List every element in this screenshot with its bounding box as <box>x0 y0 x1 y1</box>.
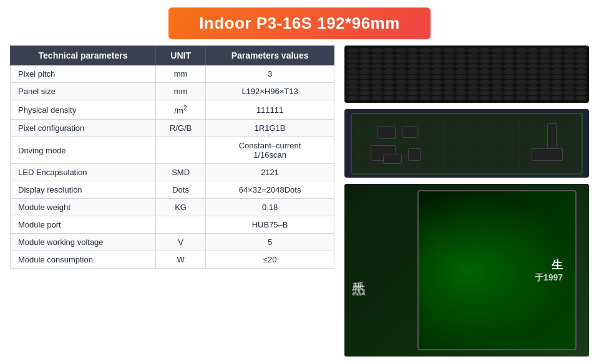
led-dot <box>551 48 562 53</box>
led-dot <box>359 48 370 53</box>
value-cell: HUB75–B <box>206 216 334 234</box>
led-dot <box>563 75 575 80</box>
table-section: Technical parameters UNIT Parameters val… <box>10 46 334 357</box>
led-dot <box>455 90 466 95</box>
specs-table: Technical parameters UNIT Parameters val… <box>10 46 334 269</box>
led-dot <box>575 80 587 85</box>
led-dot <box>347 80 358 85</box>
led-dot <box>359 75 370 80</box>
led-dot <box>539 96 550 101</box>
param-cell: LED Encapsulation <box>11 164 156 181</box>
param-cell: Pixel configuration <box>11 120 156 137</box>
led-dot <box>455 59 466 64</box>
led-dot <box>431 64 442 69</box>
led-dot <box>395 96 406 101</box>
led-dot <box>383 69 394 74</box>
led-dot <box>467 64 479 69</box>
led-dot <box>371 96 382 101</box>
led-dot <box>407 90 418 95</box>
led-dot <box>383 59 394 64</box>
led-dot <box>359 69 370 74</box>
led-dot <box>455 80 466 85</box>
led-dot <box>563 90 575 95</box>
led-dot <box>563 54 575 59</box>
led-dot <box>443 69 454 74</box>
led-dot <box>575 48 587 53</box>
led-dot <box>347 96 358 101</box>
led-dot <box>359 54 370 59</box>
led-dot <box>359 80 370 85</box>
led-dot <box>407 48 418 53</box>
led-dot <box>407 80 418 85</box>
led-dot <box>455 75 466 80</box>
unit-cell: SMD <box>156 164 206 181</box>
led-dot <box>407 96 418 101</box>
led-dot <box>575 96 587 101</box>
led-dot <box>563 69 575 74</box>
led-dot <box>431 75 442 80</box>
display-image: 熟悉生 生 于1997 <box>344 184 589 357</box>
led-dot <box>515 80 527 85</box>
table-row: Display resolutionDots64×32=2048Dots <box>11 181 334 199</box>
led-dot <box>431 85 442 90</box>
led-dot <box>479 69 490 74</box>
content-area: Technical parameters UNIT Parameters val… <box>10 46 589 357</box>
led-dot <box>395 54 406 59</box>
unit-cell: V <box>156 234 206 251</box>
led-dot <box>527 80 538 85</box>
page-title: Indoor P3-16S 192*96mm <box>181 14 418 33</box>
led-dot <box>515 69 527 74</box>
led-dot <box>455 54 466 59</box>
table-row: Physical density/m2111111 <box>11 100 334 120</box>
led-dot <box>539 54 550 59</box>
tv-main-text: 生 <box>535 257 563 272</box>
unit-cell: KG <box>156 199 206 216</box>
led-dot <box>515 75 527 80</box>
param-cell: Pixel pitch <box>11 65 156 83</box>
col-header-unit: UNIT <box>156 46 206 65</box>
led-dot <box>467 75 479 80</box>
led-dot <box>371 64 382 69</box>
tv-screen: 生 于1997 <box>417 190 577 350</box>
led-dot <box>515 48 527 53</box>
led-dot <box>491 80 502 85</box>
led-dot <box>503 48 514 53</box>
led-dot <box>431 54 442 59</box>
led-dot <box>515 59 527 64</box>
unit-cell: /m2 <box>156 100 206 120</box>
led-dot <box>347 75 358 80</box>
led-dot <box>491 54 502 59</box>
unit-cell: Dots <box>156 181 206 199</box>
value-cell: ≤20 <box>206 251 334 269</box>
led-dot <box>467 69 479 74</box>
led-dot <box>407 85 418 90</box>
led-dot <box>383 96 394 101</box>
images-section: 熟悉生 生 于1997 <box>344 46 589 357</box>
col-header-param: Technical parameters <box>11 46 156 65</box>
led-dot <box>431 80 442 85</box>
led-dot <box>539 80 550 85</box>
led-dot <box>347 54 358 59</box>
value-cell: Constant–current1/16scan <box>206 137 334 164</box>
led-dot <box>575 64 587 69</box>
param-cell: Driving mode <box>11 137 156 164</box>
led-dot <box>419 80 431 85</box>
table-row: Module working voltageV5 <box>11 234 334 251</box>
table-row: Module portHUB75–B <box>11 216 334 234</box>
led-dot <box>443 90 454 95</box>
led-dot <box>419 69 431 74</box>
led-dot <box>371 48 382 53</box>
led-dot <box>479 48 490 53</box>
led-dot <box>395 75 406 80</box>
led-dot <box>371 90 382 95</box>
led-dot <box>407 75 418 80</box>
led-dot <box>551 69 562 74</box>
led-dot <box>491 59 502 64</box>
param-cell: Display resolution <box>11 181 156 199</box>
led-dot <box>383 75 394 80</box>
unit-cell: W <box>156 251 206 269</box>
led-dot <box>527 69 538 74</box>
unit-cell: mm <box>156 65 206 83</box>
led-dot <box>479 75 490 80</box>
table-row: Panel sizemmL192×H96×T13 <box>11 83 334 100</box>
